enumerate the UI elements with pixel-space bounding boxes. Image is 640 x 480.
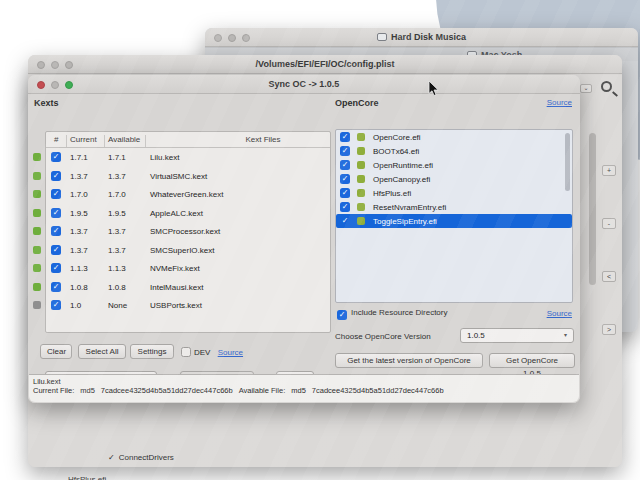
table-row[interactable]: ✓1.0NoneUSBPorts.kext xyxy=(46,297,330,316)
row-checkbox[interactable]: ✓ xyxy=(340,216,350,226)
plist-row-controls: +-<> xyxy=(602,165,618,377)
row-checkbox[interactable]: ✓ xyxy=(340,202,350,212)
current-version: 1.9.5 xyxy=(70,209,88,218)
table-row[interactable]: ✓1.9.51.9.5AppleALC.kext xyxy=(46,205,330,224)
status-square-icon xyxy=(357,161,365,169)
kext-file-name: NVMeFix.kext xyxy=(150,264,200,273)
available-version: 1.0.8 xyxy=(108,283,126,292)
list-item[interactable]: ✓BOOTx64.efi xyxy=(336,144,572,158)
kext-file-name: AppleALC.kext xyxy=(150,209,203,218)
table-row[interactable]: ✓1.1.31.1.3NVMeFix.kext xyxy=(46,260,330,279)
dev-checkbox[interactable]: DEV Source xyxy=(181,347,243,357)
available-version: 1.7.1 xyxy=(108,153,126,162)
row-checkbox[interactable]: ✓ xyxy=(340,146,350,156)
get-opencore-version-button[interactable]: Get OpenCore 1.0.5 xyxy=(489,353,575,368)
list-item[interactable]: ✓OpenCore.efi xyxy=(336,130,572,144)
status-square-icon xyxy=(357,147,365,155)
status-square-icon xyxy=(357,175,365,183)
plist-row-control-button[interactable]: < xyxy=(602,271,616,282)
row-checkbox[interactable]: ✓ xyxy=(51,263,61,273)
sync-window-title: Sync OC -> 1.0.5 xyxy=(28,79,580,89)
column-divider xyxy=(145,135,146,147)
table-row[interactable]: ✓1.7.01.7.0WhateverGreen.kext xyxy=(46,186,330,205)
row-checkbox[interactable]: ✓ xyxy=(340,188,350,198)
clear-button[interactable]: Clear xyxy=(40,344,72,359)
table-row[interactable]: ✓1.3.71.3.7SMCSuperIO.kext xyxy=(46,242,330,261)
list-item[interactable]: ✓OpenCanopy.efi xyxy=(336,172,572,186)
status-md5-line: Current File:md57cadcee4325d4b5a51dd27de… xyxy=(33,386,575,395)
efi-file-name: OpenCanopy.efi xyxy=(373,175,430,184)
status-square-icon xyxy=(357,133,365,141)
status-square-icon xyxy=(33,227,41,235)
list-item[interactable]: ✓HfsPlus.efi xyxy=(336,186,572,200)
kexts-section-label: Kexts xyxy=(34,98,59,108)
select-all-button[interactable]: Select All xyxy=(78,344,126,359)
row-checkbox[interactable]: ✓ xyxy=(340,160,350,170)
opencore-source-link[interactable]: Source xyxy=(547,98,572,107)
sync-titlebar[interactable]: Sync OC -> 1.0.5 xyxy=(28,75,580,94)
plist-titlebar[interactable]: /Volumes/EFI/EFI/OC/config.plist xyxy=(28,55,622,74)
opencore-version-dropdown[interactable]: 1.0.5 ▾ xyxy=(460,328,574,343)
status-square-icon xyxy=(33,209,41,217)
list-item[interactable]: ✓ToggleSipEntry.efi xyxy=(336,214,572,228)
row-checkbox[interactable]: ✓ xyxy=(340,174,350,184)
kext-file-name: IntelMausi.kext xyxy=(150,283,203,292)
kext-file-name: VirtualSMC.kext xyxy=(150,172,207,181)
status-square-icon xyxy=(357,217,365,225)
row-checkbox[interactable]: ✓ xyxy=(51,189,61,199)
finder-titlebar[interactable]: Hard Disk Musica xyxy=(205,28,638,47)
table-row[interactable]: ✓1.3.71.3.7SMCProcessor.kext xyxy=(46,223,330,242)
chevron-down-icon[interactable]: ⌄ xyxy=(580,84,592,93)
plist-row-control-button[interactable]: - xyxy=(602,218,616,229)
column-divider xyxy=(66,135,67,147)
table-row[interactable]: ✓1.3.71.3.7VirtualSMC.kext xyxy=(46,168,330,187)
disk-icon xyxy=(377,33,387,41)
include-resource-checkbox[interactable]: ✓Include Resource Directory xyxy=(337,308,447,320)
available-version: 1.7.0 xyxy=(108,190,126,199)
current-version: 1.1.3 xyxy=(70,264,88,273)
current-md5-value: 7cadcee4325d4b5a51dd27dec447c66b xyxy=(101,386,233,395)
status-square-icon xyxy=(357,203,365,211)
row-checkbox[interactable]: ✓ xyxy=(51,300,61,310)
plist-scrollbar[interactable] xyxy=(589,133,596,285)
list-item[interactable]: ✓ResetNvramEntry.efi xyxy=(336,200,572,214)
available-file-label: Available File: xyxy=(239,386,286,395)
sync-status-bar: Lilu.kext Current File:md57cadcee4325d4b… xyxy=(29,374,579,402)
available-version: 1.9.5 xyxy=(108,209,126,218)
kext-file-name: SMCProcessor.kext xyxy=(150,227,220,236)
efi-file-name: OpenCore.efi xyxy=(373,133,421,142)
row-checkbox[interactable]: ✓ xyxy=(51,282,61,292)
row-checkbox[interactable]: ✓ xyxy=(51,226,61,236)
connectdrivers-checkbox[interactable]: ✓ConnectDrivers xyxy=(108,453,174,462)
available-version: 1.3.7 xyxy=(108,227,126,236)
current-version: 1.7.0 xyxy=(70,190,88,199)
settings-button[interactable]: Settings xyxy=(130,344,174,359)
table-row[interactable]: ✓1.0.81.0.8IntelMausi.kext xyxy=(46,279,330,298)
row-checkbox[interactable]: ✓ xyxy=(340,132,350,142)
current-version: 1.0.8 xyxy=(70,283,88,292)
plist-row-control-button[interactable]: > xyxy=(602,324,616,335)
col-kext-files: Kext Files xyxy=(46,135,330,144)
kexts-dev-source-link[interactable]: Source xyxy=(218,348,243,357)
row-checkbox[interactable]: ✓ xyxy=(51,152,61,162)
kexts-rows: ✓1.7.11.7.1Lilu.kext✓1.3.71.3.7VirtualSM… xyxy=(46,149,330,316)
current-version: 1.7.1 xyxy=(70,153,88,162)
row-checkbox[interactable]: ✓ xyxy=(51,171,61,181)
checkbox-icon[interactable] xyxy=(181,347,191,357)
available-md5-value: 7cadcee4325d4b5a51dd27dec447c66b xyxy=(312,386,444,395)
row-checkbox[interactable]: ✓ xyxy=(51,208,61,218)
chevron-down-icon: ▾ xyxy=(560,329,571,342)
plist-row-control-button[interactable]: + xyxy=(602,165,616,176)
include-resource-source-link[interactable]: Source xyxy=(547,309,572,318)
status-square-icon xyxy=(33,153,41,161)
row-checkbox[interactable]: ✓ xyxy=(51,245,61,255)
current-version: 1.3.7 xyxy=(70,227,88,236)
get-latest-opencore-button[interactable]: Get the latest version of OpenCore xyxy=(335,353,483,368)
table-row[interactable]: ✓1.7.11.7.1Lilu.kext xyxy=(46,149,330,168)
opencore-section-label: OpenCore xyxy=(335,98,379,108)
available-version: None xyxy=(108,301,127,310)
opencore-version-value: 1.0.5 xyxy=(467,331,485,340)
list-item[interactable]: ✓OpenRuntime.efi xyxy=(336,158,572,172)
checkbox-icon[interactable]: ✓ xyxy=(337,310,347,320)
search-icon[interactable] xyxy=(601,81,612,92)
